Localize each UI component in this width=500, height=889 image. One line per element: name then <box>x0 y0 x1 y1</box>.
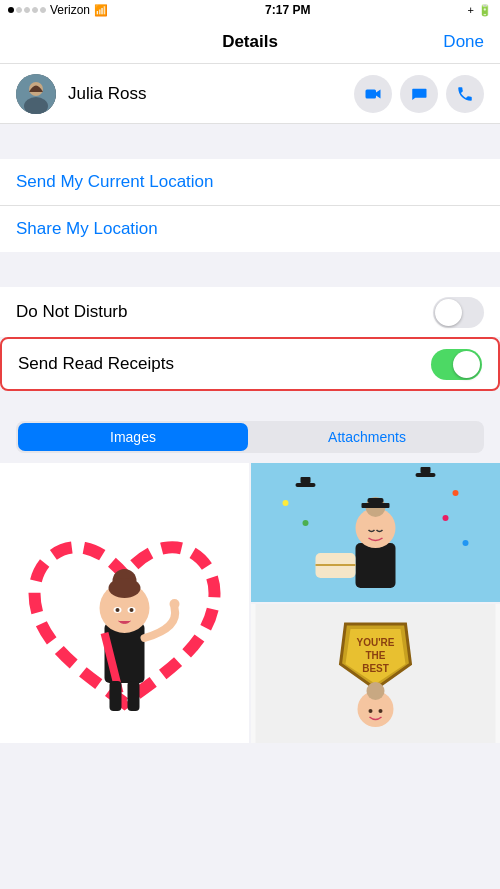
svg-point-23 <box>303 520 309 526</box>
svg-rect-15 <box>128 681 140 711</box>
send-read-receipts-label: Send Read Receipts <box>18 354 174 374</box>
avatar <box>16 74 56 114</box>
video-icon <box>364 85 382 103</box>
message-button[interactable] <box>400 75 438 113</box>
section-gap-2 <box>0 252 500 287</box>
status-time: 7:17 PM <box>265 3 310 17</box>
toggle-thumb-srr <box>453 351 480 378</box>
image-cell-right-top[interactable] <box>251 463 500 602</box>
svg-rect-20 <box>421 467 431 473</box>
image-col-right: YOU'RE THE BEST <box>251 463 500 743</box>
svg-rect-17 <box>296 483 316 487</box>
section-gap-3 <box>0 391 500 411</box>
video-call-button[interactable] <box>354 75 392 113</box>
page-title: Details <box>222 32 278 52</box>
svg-point-13 <box>170 599 180 609</box>
signal-dot-4 <box>32 7 38 13</box>
battery-icon: 🔋 <box>478 4 492 17</box>
send-read-receipts-toggle[interactable] <box>431 349 482 380</box>
do-not-disturb-toggle[interactable] <box>433 297 484 328</box>
svg-rect-3 <box>366 89 377 98</box>
nav-bar: Details Done <box>0 20 500 64</box>
signal-dot-5 <box>40 7 46 13</box>
svg-point-24 <box>443 515 449 521</box>
status-left: Verizon 📶 <box>8 3 108 17</box>
contact-actions <box>354 75 484 113</box>
tab-attachments[interactable]: Attachments <box>252 423 482 451</box>
avatar-image <box>16 74 56 114</box>
send-read-receipts-highlighted: Send Read Receipts <box>0 337 500 391</box>
svg-point-25 <box>463 540 469 546</box>
signal-dot-3 <box>24 7 30 13</box>
send-location-item[interactable]: Send My Current Location <box>0 159 500 206</box>
bitmoji-heart-image <box>0 463 249 743</box>
svg-point-22 <box>453 490 459 496</box>
done-button[interactable]: Done <box>443 32 484 52</box>
contact-row: Julia Ross <box>0 64 500 124</box>
signal-dot-2 <box>16 7 22 13</box>
do-not-disturb-row: Do Not Disturb <box>0 287 500 337</box>
bitmoji-best-image: YOU'RE THE BEST <box>251 604 500 743</box>
image-cell-left[interactable] <box>0 463 249 743</box>
phone-icon <box>456 85 474 103</box>
svg-point-38 <box>369 709 373 713</box>
svg-point-21 <box>283 500 289 506</box>
svg-point-10 <box>116 608 120 612</box>
svg-text:THE: THE <box>366 650 386 661</box>
section-gap-1 <box>0 124 500 159</box>
do-not-disturb-label: Do Not Disturb <box>16 302 127 322</box>
send-read-receipts-row: Send Read Receipts <box>2 339 498 389</box>
wifi-icon: 📶 <box>94 4 108 17</box>
svg-point-8 <box>109 578 141 598</box>
svg-text:BEST: BEST <box>362 663 389 674</box>
tabs-section: Images Attachments <box>0 411 500 453</box>
status-bar: Verizon 📶 7:17 PM +︎ 🔋 <box>0 0 500 20</box>
svg-rect-19 <box>416 473 436 477</box>
location-section: Send My Current Location Share My Locati… <box>0 159 500 252</box>
phone-button[interactable] <box>446 75 484 113</box>
svg-rect-31 <box>368 498 384 503</box>
tab-bar: Images Attachments <box>16 421 484 453</box>
status-right: +︎ 🔋 <box>468 4 492 17</box>
tab-images[interactable]: Images <box>18 423 248 451</box>
images-area: YOU'RE THE BEST <box>0 463 500 743</box>
svg-rect-30 <box>362 503 390 508</box>
svg-rect-26 <box>356 543 396 588</box>
toggle-section: Do Not Disturb <box>0 287 500 337</box>
image-cell-right-bottom[interactable]: YOU'RE THE BEST <box>251 604 500 743</box>
svg-rect-14 <box>110 681 122 711</box>
svg-text:YOU'RE: YOU'RE <box>357 637 395 648</box>
bitmoji-grad-image <box>251 463 500 602</box>
svg-point-39 <box>379 709 383 713</box>
svg-point-37 <box>367 682 385 700</box>
share-location-item[interactable]: Share My Location <box>0 206 500 252</box>
contact-name: Julia Ross <box>68 84 342 104</box>
svg-rect-18 <box>301 477 311 483</box>
toggle-thumb-dnd <box>435 299 462 326</box>
bluetooth-icon: +︎ <box>468 4 474 16</box>
message-icon <box>410 85 428 103</box>
signal-strength <box>8 7 46 13</box>
signal-dot-1 <box>8 7 14 13</box>
svg-point-12 <box>130 608 134 612</box>
carrier-label: Verizon <box>50 3 90 17</box>
